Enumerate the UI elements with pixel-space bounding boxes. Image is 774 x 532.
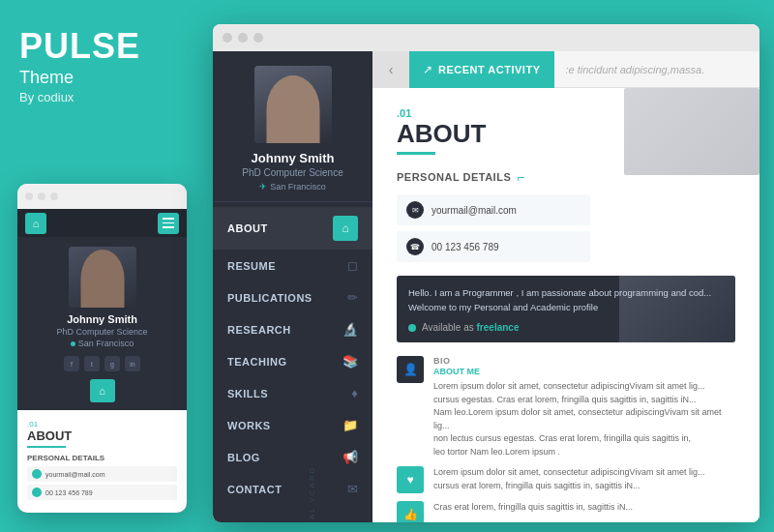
activity-label: RECENT ACTIVITY <box>438 64 541 75</box>
bio-icon-person: 👤 <box>397 356 424 383</box>
nav-icon-research: 🔬 <box>342 322 358 337</box>
mobile-avatar <box>69 247 136 308</box>
section-underline <box>397 152 435 155</box>
nav-item-skills[interactable]: SKILLS ♦ <box>213 377 372 409</box>
content-bg-image <box>624 88 759 175</box>
mobile-person-location: San Francisco <box>71 339 134 348</box>
sidebar-person-degree: PhD Computer Science <box>242 167 343 178</box>
nav-item-resume[interactable]: RESUME ◻ <box>213 250 372 281</box>
desktop-titlebar <box>213 24 759 51</box>
detail-fields: ✉ yourmail@mail.com ☎ 00 123 456 789 <box>397 194 735 262</box>
main-content: ‹ ↗ RECENT ACTIVITY :e tincidunt adipisc… <box>372 51 759 522</box>
mobile-titlebar <box>17 184 187 209</box>
bio-icon-thumb: 👍 <box>397 501 424 522</box>
mobile-section-title: ABOUT <box>27 429 66 448</box>
activity-icon: ↗ <box>423 63 432 76</box>
nav-label-teaching: TEACHING <box>227 356 286 368</box>
bio-text-7: cursus erat lorem, fringilla quis sagitt… <box>433 480 735 493</box>
mobile-phone-row: 00 123 456 789 <box>27 485 177 500</box>
mobile-menu-icon[interactable] <box>158 213 179 234</box>
nav-item-research[interactable]: RESEARCH 🔬 <box>213 313 372 345</box>
nav-icon-teaching: 📚 <box>342 354 358 369</box>
back-button[interactable]: ‹ <box>372 51 409 88</box>
hamburger-line-1 <box>163 218 174 220</box>
mobile-about-home-btn[interactable]: ⌂ <box>90 379 115 402</box>
mobile-social-icons: f t g in <box>64 356 140 371</box>
available-status: freelance <box>477 322 520 333</box>
nav-item-teaching[interactable]: TEACHING 📚 <box>213 345 372 377</box>
nav-label-works: WORKS <box>227 420 271 431</box>
nav-icon-resume: ◻ <box>347 258 358 273</box>
nav-icon-about: ⌂ <box>333 216 358 241</box>
email-field: ✉ yourmail@mail.com <box>397 194 590 225</box>
sidebar-person-location: ✈ San Francisco <box>259 182 326 192</box>
bio-text-4: non lectus cursus egestas. Cras erat lor… <box>433 432 735 446</box>
nav-item-blog[interactable]: BLOG 📢 <box>213 441 372 473</box>
mobile-section-num: .01 <box>27 420 177 429</box>
phone-icon: ☎ <box>406 238 424 255</box>
branding-area: PULSE Theme By codiux <box>19 29 140 104</box>
mobile-body: ⌂ Johnny Smith PhD Computer Science San … <box>17 209 187 513</box>
app-title: PULSE <box>19 29 140 64</box>
hamburger-line-3 <box>163 226 174 228</box>
desktop-dot-1 <box>223 33 232 43</box>
bracket-icon: ⌐ <box>517 169 525 185</box>
intro-text-2: Welcome to my Personal and Academic prof… <box>408 300 724 314</box>
nav-icon-skills: ♦ <box>351 386 358 400</box>
nav-icon-blog: 📢 <box>342 450 358 464</box>
sidebar-profile: Johnny Smith PhD Computer Science ✈ San … <box>213 51 372 202</box>
location-icon: ✈ <box>259 182 267 192</box>
nav-label-publications: PUBLICATIONS <box>227 292 313 304</box>
social-icon-google[interactable]: g <box>104 356 120 371</box>
mobile-avatar-image <box>69 247 136 308</box>
bio-text-1: Lorem ipsum dolor sit amet, consectetur … <box>433 380 735 394</box>
mobile-dot-2 <box>38 192 45 200</box>
nav-item-works[interactable]: WORKS 📁 <box>213 409 372 441</box>
nav-item-publications[interactable]: PUBLICATIONS ✏ <box>213 281 372 313</box>
intro-block: Hello. I am a Programmer , I am passiona… <box>397 276 735 342</box>
phone-field: ☎ 00 123 456 789 <box>397 231 590 262</box>
nav-label-contact: CONTACT <box>227 484 282 495</box>
bio-icon-heart: ♥ <box>397 466 424 493</box>
social-icon-linkedin[interactable]: in <box>125 356 140 371</box>
location-dot <box>71 341 75 346</box>
mobile-home-icon[interactable]: ⌂ <box>25 213 46 234</box>
mobile-email-row: yourmail@mail.com <box>27 466 177 482</box>
social-icon-facebook[interactable]: f <box>64 356 79 371</box>
phone-value: 00 123 456 789 <box>432 242 499 252</box>
bio-text-6: Lorem ipsum dolor sit amet, consectetur … <box>433 466 735 480</box>
activity-tab[interactable]: ↗ RECENT ACTIVITY <box>409 51 554 88</box>
phone-icon-sm <box>32 488 42 497</box>
mobile-dot-3 <box>50 192 58 200</box>
nav-label-skills: SKILLS <box>227 388 268 399</box>
nav-icon-works: 📁 <box>342 418 358 432</box>
mobile-person-name: Johnny Smith <box>67 313 137 325</box>
nav-item-contact[interactable]: CONTACT ✉ <box>213 473 372 505</box>
sidebar-navigation: ABOUT ⌂ RESUME ◻ PUBLICATIONS ✏ RESEARCH… <box>213 202 372 522</box>
bio-text-5: leo tortor Nam leo.Lorem ipsum . <box>433 446 735 459</box>
available-text: Available as freelance <box>422 322 519 333</box>
available-dot <box>408 324 416 332</box>
sidebar: Johnny Smith PhD Computer Science ✈ San … <box>213 51 372 522</box>
bio-section: 👤 BIO ABOUT ME Lorem ipsum dolor sit ame… <box>397 356 735 522</box>
bio-text-block-3: Cras erat lorem, fringilla quis sagittis… <box>433 501 735 515</box>
desktop-preview: Johnny Smith PhD Computer Science ✈ San … <box>213 24 759 522</box>
content-body: .01 ABOUT PERSONAL DETAILS ⌐ ✉ yourmail@… <box>372 88 759 522</box>
avatar-face-large <box>266 75 319 143</box>
desktop-dot-3 <box>253 33 263 43</box>
content-topbar: ‹ ↗ RECENT ACTIVITY :e tincidunt adipisc… <box>372 51 759 88</box>
sidebar-vertical-label: ACADEMIC PERSONAL VCARD <box>308 499 316 523</box>
bio-text-block-1: BIO ABOUT ME Lorem ipsum dolor sit amet,… <box>433 356 735 458</box>
bio-text-2: cursus egestas. Cras erat lorem, fringil… <box>433 394 735 407</box>
nav-item-about[interactable]: ABOUT ⌂ <box>213 207 372 250</box>
nav-icon-contact: ✉ <box>347 482 358 496</box>
mobile-person-degree: PhD Computer Science <box>56 327 147 337</box>
bio-sublabel: ABOUT ME <box>433 367 735 376</box>
nav-label-resume: RESUME <box>227 260 276 272</box>
nav-label-blog: BLOG <box>227 452 260 463</box>
bio-text-block-2: Lorem ipsum dolor sit amet, consectetur … <box>433 466 735 492</box>
nav-label-research: RESEARCH <box>227 324 291 336</box>
social-icon-twitter[interactable]: t <box>84 356 100 371</box>
bio-label: BIO <box>433 356 735 366</box>
bio-text-8: Cras erat lorem, fringilla quis sagittis… <box>433 501 735 515</box>
